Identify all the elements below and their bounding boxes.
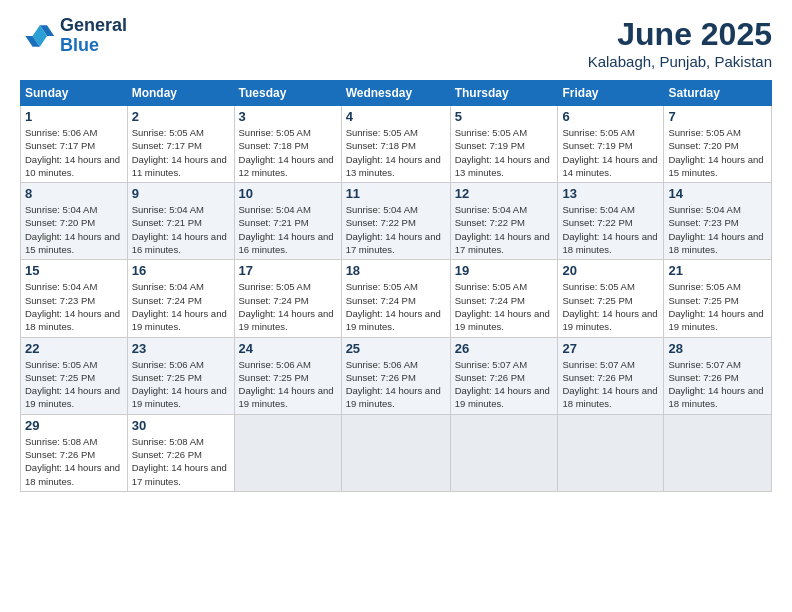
day-4: 4 Sunrise: 5:05 AMSunset: 7:18 PMDayligh… xyxy=(341,106,450,183)
day-1: 1 Sunrise: 5:06 AMSunset: 7:17 PMDayligh… xyxy=(21,106,128,183)
header-thursday: Thursday xyxy=(450,81,558,106)
day-num-16: 16 xyxy=(132,263,230,278)
day-num-8: 8 xyxy=(25,186,123,201)
day-num-10: 10 xyxy=(239,186,337,201)
day-3: 3 Sunrise: 5:05 AMSunset: 7:18 PMDayligh… xyxy=(234,106,341,183)
day-22: 22 Sunrise: 5:05 AMSunset: 7:25 PMDaylig… xyxy=(21,337,128,414)
week-row-1: 1 Sunrise: 5:06 AMSunset: 7:17 PMDayligh… xyxy=(21,106,772,183)
day-7: 7 Sunrise: 5:05 AMSunset: 7:20 PMDayligh… xyxy=(664,106,772,183)
day-info-12: Sunrise: 5:04 AMSunset: 7:22 PMDaylight:… xyxy=(455,203,554,256)
day-25: 25 Sunrise: 5:06 AMSunset: 7:26 PMDaylig… xyxy=(341,337,450,414)
day-8: 8 Sunrise: 5:04 AMSunset: 7:20 PMDayligh… xyxy=(21,183,128,260)
week-row-3: 15 Sunrise: 5:04 AMSunset: 7:23 PMDaylig… xyxy=(21,260,772,337)
day-info-1: Sunrise: 5:06 AMSunset: 7:17 PMDaylight:… xyxy=(25,126,123,179)
day-info-27: Sunrise: 5:07 AMSunset: 7:26 PMDaylight:… xyxy=(562,358,659,411)
day-27: 27 Sunrise: 5:07 AMSunset: 7:26 PMDaylig… xyxy=(558,337,664,414)
day-info-24: Sunrise: 5:06 AMSunset: 7:25 PMDaylight:… xyxy=(239,358,337,411)
day-9: 9 Sunrise: 5:04 AMSunset: 7:21 PMDayligh… xyxy=(127,183,234,260)
day-info-3: Sunrise: 5:05 AMSunset: 7:18 PMDaylight:… xyxy=(239,126,337,179)
day-28: 28 Sunrise: 5:07 AMSunset: 7:26 PMDaylig… xyxy=(664,337,772,414)
week-row-4: 22 Sunrise: 5:05 AMSunset: 7:25 PMDaylig… xyxy=(21,337,772,414)
day-info-14: Sunrise: 5:04 AMSunset: 7:23 PMDaylight:… xyxy=(668,203,767,256)
logo: General Blue xyxy=(20,16,127,56)
day-info-25: Sunrise: 5:06 AMSunset: 7:26 PMDaylight:… xyxy=(346,358,446,411)
day-19: 19 Sunrise: 5:05 AMSunset: 7:24 PMDaylig… xyxy=(450,260,558,337)
day-num-3: 3 xyxy=(239,109,337,124)
header-wednesday: Wednesday xyxy=(341,81,450,106)
header: General Blue June 2025 Kalabagh, Punjab,… xyxy=(20,16,772,70)
header-monday: Monday xyxy=(127,81,234,106)
calendar: Sunday Monday Tuesday Wednesday Thursday… xyxy=(20,80,772,492)
day-num-9: 9 xyxy=(132,186,230,201)
day-14: 14 Sunrise: 5:04 AMSunset: 7:23 PMDaylig… xyxy=(664,183,772,260)
day-info-30: Sunrise: 5:08 AMSunset: 7:26 PMDaylight:… xyxy=(132,435,230,488)
day-num-1: 1 xyxy=(25,109,123,124)
day-6: 6 Sunrise: 5:05 AMSunset: 7:19 PMDayligh… xyxy=(558,106,664,183)
day-num-12: 12 xyxy=(455,186,554,201)
logo-line2: Blue xyxy=(60,36,127,56)
weekday-header-row: Sunday Monday Tuesday Wednesday Thursday… xyxy=(21,81,772,106)
day-10: 10 Sunrise: 5:04 AMSunset: 7:21 PMDaylig… xyxy=(234,183,341,260)
header-saturday: Saturday xyxy=(664,81,772,106)
day-info-21: Sunrise: 5:05 AMSunset: 7:25 PMDaylight:… xyxy=(668,280,767,333)
day-info-2: Sunrise: 5:05 AMSunset: 7:17 PMDaylight:… xyxy=(132,126,230,179)
day-5: 5 Sunrise: 5:05 AMSunset: 7:19 PMDayligh… xyxy=(450,106,558,183)
day-info-19: Sunrise: 5:05 AMSunset: 7:24 PMDaylight:… xyxy=(455,280,554,333)
day-num-22: 22 xyxy=(25,341,123,356)
day-num-17: 17 xyxy=(239,263,337,278)
day-num-26: 26 xyxy=(455,341,554,356)
day-2: 2 Sunrise: 5:05 AMSunset: 7:17 PMDayligh… xyxy=(127,106,234,183)
logo-text: General Blue xyxy=(60,16,127,56)
day-16: 16 Sunrise: 5:04 AMSunset: 7:24 PMDaylig… xyxy=(127,260,234,337)
week-row-2: 8 Sunrise: 5:04 AMSunset: 7:20 PMDayligh… xyxy=(21,183,772,260)
title-block: June 2025 Kalabagh, Punjab, Pakistan xyxy=(588,16,772,70)
month-title: June 2025 xyxy=(588,16,772,53)
day-num-2: 2 xyxy=(132,109,230,124)
day-info-18: Sunrise: 5:05 AMSunset: 7:24 PMDaylight:… xyxy=(346,280,446,333)
empty-cell-2 xyxy=(341,414,450,491)
day-20: 20 Sunrise: 5:05 AMSunset: 7:25 PMDaylig… xyxy=(558,260,664,337)
day-num-27: 27 xyxy=(562,341,659,356)
day-info-23: Sunrise: 5:06 AMSunset: 7:25 PMDaylight:… xyxy=(132,358,230,411)
day-info-29: Sunrise: 5:08 AMSunset: 7:26 PMDaylight:… xyxy=(25,435,123,488)
logo-icon xyxy=(20,18,56,54)
day-num-4: 4 xyxy=(346,109,446,124)
day-num-23: 23 xyxy=(132,341,230,356)
logo-line1: General xyxy=(60,16,127,36)
day-21: 21 Sunrise: 5:05 AMSunset: 7:25 PMDaylig… xyxy=(664,260,772,337)
day-num-28: 28 xyxy=(668,341,767,356)
day-info-15: Sunrise: 5:04 AMSunset: 7:23 PMDaylight:… xyxy=(25,280,123,333)
day-info-8: Sunrise: 5:04 AMSunset: 7:20 PMDaylight:… xyxy=(25,203,123,256)
day-num-18: 18 xyxy=(346,263,446,278)
day-info-5: Sunrise: 5:05 AMSunset: 7:19 PMDaylight:… xyxy=(455,126,554,179)
day-info-20: Sunrise: 5:05 AMSunset: 7:25 PMDaylight:… xyxy=(562,280,659,333)
day-info-9: Sunrise: 5:04 AMSunset: 7:21 PMDaylight:… xyxy=(132,203,230,256)
day-info-28: Sunrise: 5:07 AMSunset: 7:26 PMDaylight:… xyxy=(668,358,767,411)
day-num-19: 19 xyxy=(455,263,554,278)
day-num-11: 11 xyxy=(346,186,446,201)
empty-cell-4 xyxy=(558,414,664,491)
day-29: 29 Sunrise: 5:08 AMSunset: 7:26 PMDaylig… xyxy=(21,414,128,491)
empty-cell-5 xyxy=(664,414,772,491)
day-num-20: 20 xyxy=(562,263,659,278)
day-26: 26 Sunrise: 5:07 AMSunset: 7:26 PMDaylig… xyxy=(450,337,558,414)
page: General Blue June 2025 Kalabagh, Punjab,… xyxy=(0,0,792,612)
day-info-22: Sunrise: 5:05 AMSunset: 7:25 PMDaylight:… xyxy=(25,358,123,411)
day-12: 12 Sunrise: 5:04 AMSunset: 7:22 PMDaylig… xyxy=(450,183,558,260)
day-13: 13 Sunrise: 5:04 AMSunset: 7:22 PMDaylig… xyxy=(558,183,664,260)
day-num-30: 30 xyxy=(132,418,230,433)
day-num-13: 13 xyxy=(562,186,659,201)
day-info-11: Sunrise: 5:04 AMSunset: 7:22 PMDaylight:… xyxy=(346,203,446,256)
day-num-21: 21 xyxy=(668,263,767,278)
week-row-5: 29 Sunrise: 5:08 AMSunset: 7:26 PMDaylig… xyxy=(21,414,772,491)
empty-cell-3 xyxy=(450,414,558,491)
day-num-29: 29 xyxy=(25,418,123,433)
day-num-15: 15 xyxy=(25,263,123,278)
day-info-7: Sunrise: 5:05 AMSunset: 7:20 PMDaylight:… xyxy=(668,126,767,179)
location-title: Kalabagh, Punjab, Pakistan xyxy=(588,53,772,70)
day-info-17: Sunrise: 5:05 AMSunset: 7:24 PMDaylight:… xyxy=(239,280,337,333)
header-friday: Friday xyxy=(558,81,664,106)
day-18: 18 Sunrise: 5:05 AMSunset: 7:24 PMDaylig… xyxy=(341,260,450,337)
day-num-14: 14 xyxy=(668,186,767,201)
day-24: 24 Sunrise: 5:06 AMSunset: 7:25 PMDaylig… xyxy=(234,337,341,414)
